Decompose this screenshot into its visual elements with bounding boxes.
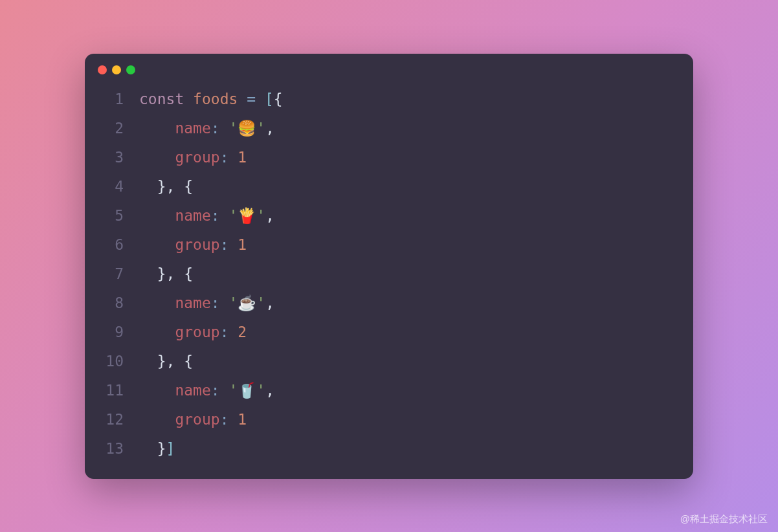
code-token: :: [220, 149, 238, 166]
code-line: 9 group: 2: [98, 318, 680, 347]
line-number: 3: [98, 143, 124, 172]
code-content: name: '🍔',: [139, 114, 274, 143]
code-token: {: [274, 91, 283, 107]
line-number: 10: [98, 347, 124, 376]
code-token: ': [228, 294, 238, 311]
code-token: {: [184, 265, 193, 282]
code-token: :: [220, 236, 238, 253]
code-content: }]: [139, 434, 175, 463]
code-content: group: 1: [139, 230, 247, 260]
code-token: ,: [265, 207, 274, 224]
code-token: group: [175, 149, 219, 166]
code-line: 5 name: '🍟',: [98, 201, 680, 230]
code-line: 8 name: '☕',: [98, 289, 680, 318]
code-line: 2 name: '🍔',: [98, 114, 680, 143]
code-token: name: [175, 294, 210, 311]
code-line: 7 }, {: [98, 260, 680, 289]
code-token: 2: [238, 324, 247, 340]
line-number: 12: [98, 405, 124, 434]
code-token: group: [175, 324, 219, 340]
code-line: 13 }]: [98, 434, 680, 463]
code-content: const foods = [{: [139, 85, 283, 114]
code-content: }, {: [139, 172, 193, 201]
code-token: group: [175, 411, 219, 428]
code-token: :: [211, 382, 229, 399]
code-token: :: [211, 207, 229, 224]
code-token: }: [157, 265, 166, 282]
code-token: ,: [265, 382, 274, 399]
code-area[interactable]: 1const foods = [{2 name: '🍔',3 group: 14…: [85, 81, 693, 479]
line-number: 9: [98, 318, 124, 347]
code-token: name: [175, 207, 210, 224]
code-token: :: [211, 294, 229, 311]
code-token: }: [157, 178, 166, 195]
code-content: }, {: [139, 347, 193, 376]
line-number: 4: [98, 172, 124, 201]
code-token: ,: [166, 178, 184, 195]
code-token: ,: [265, 120, 274, 137]
code-token: ,: [166, 265, 184, 282]
code-token: ': [228, 382, 238, 399]
code-token: name: [175, 382, 210, 399]
code-token: 1: [238, 411, 247, 428]
code-token: ': [256, 120, 265, 137]
code-token: =: [247, 91, 265, 107]
code-line: 11 name: '🥤',: [98, 376, 680, 405]
code-content: name: '☕',: [139, 289, 274, 318]
code-token: 1: [238, 149, 247, 166]
code-token: ,: [265, 294, 274, 311]
code-content: group: 2: [139, 318, 247, 347]
code-token: {: [184, 353, 193, 370]
code-token: ': [228, 120, 238, 137]
code-token: :: [211, 120, 229, 137]
code-token: foods: [193, 91, 247, 107]
close-icon[interactable]: [98, 65, 107, 74]
maximize-icon[interactable]: [126, 65, 135, 74]
line-number: 13: [98, 434, 124, 463]
minimize-icon[interactable]: [112, 65, 121, 74]
code-content: name: '🥤',: [139, 376, 274, 405]
code-token: ': [256, 382, 265, 399]
code-content: group: 1: [139, 143, 247, 172]
code-line: 4 }, {: [98, 172, 680, 201]
code-content: }, {: [139, 260, 193, 289]
code-token: ]: [166, 440, 175, 457]
code-token: ': [228, 207, 238, 224]
code-line: 3 group: 1: [98, 143, 680, 172]
code-token: }: [157, 353, 166, 370]
code-line: 12 group: 1: [98, 405, 680, 434]
code-token: const: [139, 91, 193, 107]
line-number: 11: [98, 376, 124, 405]
window-controls: [85, 54, 693, 81]
code-token: :: [220, 411, 238, 428]
code-line: 6 group: 1: [98, 230, 680, 260]
code-token: group: [175, 236, 219, 253]
code-token: ': [256, 294, 265, 311]
line-number: 5: [98, 201, 124, 230]
code-token: :: [220, 324, 238, 340]
line-number: 2: [98, 114, 124, 143]
code-token: ': [256, 207, 265, 224]
code-token: 🍟: [238, 207, 256, 225]
line-number: 8: [98, 289, 124, 318]
watermark-text: @稀土掘金技术社区: [680, 513, 768, 526]
code-content: group: 1: [139, 405, 247, 434]
code-token: [: [265, 91, 274, 107]
code-editor-window: 1const foods = [{2 name: '🍔',3 group: 14…: [85, 54, 693, 479]
line-number: 6: [98, 230, 124, 260]
code-token: 1: [238, 236, 247, 253]
line-number: 1: [98, 85, 124, 114]
code-content: name: '🍟',: [139, 201, 274, 230]
code-token: name: [175, 120, 210, 137]
line-number: 7: [98, 260, 124, 289]
code-token: }: [157, 440, 166, 457]
code-line: 1const foods = [{: [98, 85, 680, 114]
code-token: ☕: [238, 294, 256, 312]
code-token: ,: [166, 353, 184, 370]
code-token: 🍔: [238, 120, 256, 137]
code-line: 10 }, {: [98, 347, 680, 376]
code-token: 🥤: [238, 382, 256, 399]
code-token: {: [184, 178, 193, 195]
